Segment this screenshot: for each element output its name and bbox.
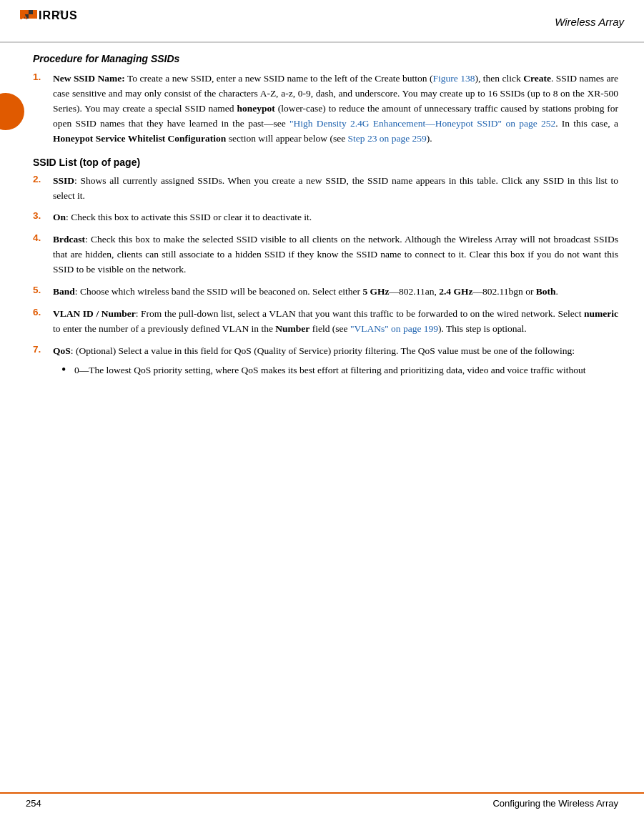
bold-ssid: SSID xyxy=(53,175,74,186)
vlans-link[interactable]: "VLANs" on page 199 xyxy=(350,323,438,334)
list-item: 7. QoS: (Optional) Select a value in thi… xyxy=(33,344,618,381)
list-item: 6. VLAN ID / Number: From the pull-down … xyxy=(33,307,618,337)
footer-page-number: 254 xyxy=(26,798,41,809)
bold-number: Number xyxy=(275,323,309,334)
step23-link[interactable]: Step 23 on page 259 xyxy=(348,133,427,144)
bold-24ghz: 2.4 GHz xyxy=(439,286,472,297)
section-title: Procedure for Managing SSIDs xyxy=(33,53,618,64)
list-item-content: QoS: (Optional) Select a value in this f… xyxy=(53,344,618,381)
bold-brdcast: Brdcast xyxy=(53,234,85,245)
list-number: 2. xyxy=(33,174,53,184)
bullet-dot: • xyxy=(61,363,74,378)
bold-both: Both xyxy=(536,286,556,297)
svg-rect-6 xyxy=(33,10,37,14)
page-footer: 254 Configuring the Wireless Array xyxy=(0,792,644,813)
logo: IRRUS X ® xyxy=(20,7,106,36)
bold-create: Create xyxy=(523,73,551,84)
svg-rect-4 xyxy=(29,10,33,14)
svg-rect-7 xyxy=(33,14,37,19)
svg-text:IRRUS: IRRUS xyxy=(39,9,78,21)
list-item-content: Band: Choose which wireless band the SSI… xyxy=(53,285,618,300)
item1-text: New SSID Name: To create a new SSID, ent… xyxy=(53,72,618,147)
xirrus-logo-svg: IRRUS X ® xyxy=(20,7,106,36)
list-item: 4. Brdcast: Check this box to make the s… xyxy=(33,232,618,277)
item5-text: Band: Choose which wireless band the SSI… xyxy=(53,285,618,300)
list-item: 5. Band: Choose which wireless band the … xyxy=(33,285,618,300)
item2-text: SSID: Shows all currently assigned SSIDs… xyxy=(53,174,618,204)
list-number: 3. xyxy=(33,210,53,221)
bold-qos: QoS xyxy=(53,345,71,356)
bullet-content: 0—The lowest QoS priority setting, where… xyxy=(74,363,618,378)
list-item: 2. SSID: Shows all currently assigned SS… xyxy=(33,174,618,204)
numbered-list: 1. New SSID Name: To create a new SSID, … xyxy=(33,72,618,147)
svg-rect-5 xyxy=(29,14,33,19)
list-item-content: SSID: Shows all currently assigned SSIDs… xyxy=(53,174,618,204)
ssid-section-title: SSID List (top of page) xyxy=(33,157,618,168)
bold-band: Band xyxy=(53,286,75,297)
list-item-content: On: Check this box to activate this SSID… xyxy=(53,210,618,225)
item4-text: Brdcast: Check this box to make the sele… xyxy=(53,232,618,277)
item3-text: On: Check this box to activate this SSID… xyxy=(53,210,618,225)
footer-chapter-title: Configuring the Wireless Array xyxy=(492,798,618,809)
bold-5ghz: 5 GHz xyxy=(362,286,389,297)
bold-honeypot-service: Honeypot Service Whitelist Configuration xyxy=(53,133,226,144)
list-item: 3. On: Check this box to activate this S… xyxy=(33,210,618,225)
list-number: 7. xyxy=(33,344,53,355)
bold-label: New SSID Name: xyxy=(53,73,125,84)
list-number: 4. xyxy=(33,232,53,243)
bullet-list: • 0—The lowest QoS priority setting, whe… xyxy=(61,363,618,378)
bold-honeypot: honeypot xyxy=(237,103,274,114)
list-item: 1. New SSID Name: To create a new SSID, … xyxy=(33,72,618,147)
list-item-content: VLAN ID / Number: From the pull-down lis… xyxy=(53,307,618,337)
figure-link[interactable]: Figure 138 xyxy=(432,73,475,84)
svg-text:®: ® xyxy=(59,9,64,16)
bold-on: On xyxy=(53,212,66,222)
list-item-content: New SSID Name: To create a new SSID, ent… xyxy=(53,72,618,147)
bold-numeric: numeric xyxy=(584,308,618,319)
page-header: IRRUS X ® Wireless Array xyxy=(0,0,644,43)
list-number: 1. xyxy=(33,72,53,82)
main-content: Procedure for Managing SSIDs 1. New SSID… xyxy=(0,43,644,398)
honeypot-link[interactable]: "High Density 2.4G Enhancement—Honeypot … xyxy=(289,118,555,129)
list-number: 5. xyxy=(33,285,53,295)
item7-text: QoS: (Optional) Select a value in this f… xyxy=(53,344,618,359)
numbered-list-2: 2. SSID: Shows all currently assigned SS… xyxy=(33,174,618,381)
bold-vlan: VLAN ID / Number xyxy=(53,308,136,319)
list-number: 6. xyxy=(33,307,53,317)
header-title: Wireless Array xyxy=(555,16,624,28)
list-item-content: Brdcast: Check this box to make the sele… xyxy=(53,232,618,277)
bullet-item: • 0—The lowest QoS priority setting, whe… xyxy=(61,363,618,378)
item6-text: VLAN ID / Number: From the pull-down lis… xyxy=(53,307,618,337)
svg-text:X: X xyxy=(20,9,28,21)
